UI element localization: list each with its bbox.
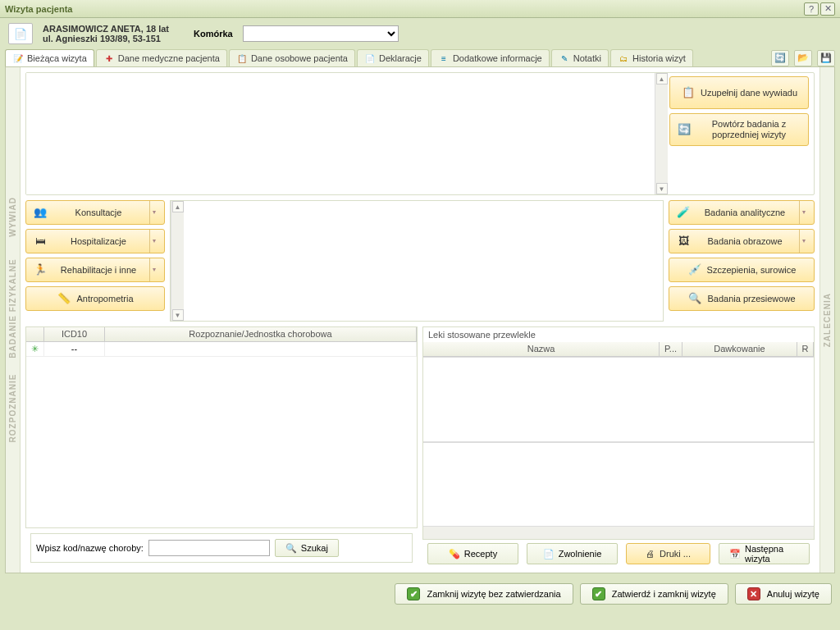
search-button[interactable]: 🔍Szukaj [275,539,339,557]
hospital-icon: 🛏 [33,235,48,248]
ruler-icon: 📏 [57,293,71,305]
vtab-left: ROZPOZNANIE BADANIE FIZYKALNE WYWIAD [6,67,21,573]
repeat-icon: 🔄 [677,124,692,136]
calendar-icon: 📅 [729,549,741,559]
chevron-down-icon[interactable]: ▾ [149,258,158,281]
zwolnienie-button[interactable]: 📄Zwolnienie [527,543,618,564]
titlebar: Wizyta pacjenta ? ✕ [0,0,840,18]
info-icon: ≡ [438,52,450,64]
new-row-icon: ✳ [26,342,44,356]
patient-header: 📄 ARASIMOWICZ ANETA, 18 lat ul. Agnieszk… [0,18,840,49]
szczepienia-button[interactable]: 💉Szczepienia, surowice [669,258,815,282]
check-icon: ✔ [592,587,605,600]
recepty-button[interactable]: 💊Recepty [427,543,518,564]
close-button[interactable]: ✕ [820,2,835,16]
chevron-down-icon[interactable]: ▾ [799,230,807,253]
icd-row[interactable]: ✳ -- [26,342,417,357]
icd-grid: ICD10 Rozpoznanie/Jednostka chorobowa ✳ … [25,326,418,528]
konsultacje-button[interactable]: 👥Konsultacje▾ [25,200,165,225]
zalecenia-textarea[interactable] [423,442,814,527]
consult-icon: 👥 [33,207,48,219]
footer: ✔Zamknij wizytę bez zatwierdzania ✔Zatwi… [0,578,840,609]
rehab-icon: 🏃 [33,264,48,276]
dawkowanie-column[interactable]: Dawkowanie [682,342,797,356]
nazwa-column[interactable]: Nazwa [423,342,660,356]
history-icon: 🗂 [618,52,629,64]
meds-panel: Leki stosowane przewlekle Nazwa P... Daw… [422,326,815,540]
chevron-down-icon[interactable]: ▾ [799,201,807,224]
open-icon[interactable]: 📂 [794,50,812,66]
edit-icon: 📝 [12,52,24,64]
form-icon: 📋 [681,87,696,99]
screening-icon: 🔍 [687,293,702,305]
hospitalizacje-button[interactable]: 🛏Hospitalizacje▾ [25,229,165,253]
help-button[interactable]: ? [804,2,819,16]
disease-search-input[interactable] [148,540,270,556]
patient-name-age: ARASIMOWICZ ANETA, 18 lat [43,24,169,34]
tab-dane-osobowe[interactable]: 📋Dane osobowe pacjenta [229,49,355,66]
badania-obrazowe-button[interactable]: 🖼Badania obrazowe▾ [669,229,815,253]
tab-historia[interactable]: 🗂Historia wizyt [610,49,693,66]
prescription-icon: 💊 [449,549,460,559]
powtorz-badania-button[interactable]: 🔄Powtórz badania z poprzedniej wizyty [669,113,809,146]
window-title: Wizyta pacjenta [5,4,802,14]
badania-przesiewowe-button[interactable]: 🔍Badania przesiewowe [669,286,815,311]
notes-icon: ✎ [559,52,570,64]
search-icon: 🔍 [285,543,297,554]
wywiad-textarea[interactable] [26,73,655,194]
cancel-icon: ✕ [747,587,760,600]
antropometria-button[interactable]: 📏Antropometria [25,286,165,311]
chevron-down-icon[interactable]: ▾ [149,201,158,224]
nastepna-wizyta-button[interactable]: 📅Następna wizyta [719,543,810,564]
vtab-right: ZALECENIA [819,67,834,573]
tabs-row: 📝Bieżąca wizyta ✚Dane medyczne pacjenta … [0,49,840,66]
tab-biezaca-wizyta[interactable]: 📝Bieżąca wizyta [5,49,94,66]
chevron-down-icon[interactable]: ▾ [149,230,158,253]
print-icon: 🖨 [646,549,655,559]
cell-label: Komórka [194,29,233,39]
scrollbar[interactable]: ▲▼ [655,73,668,194]
document-icon: 📄 [8,23,33,44]
badania-analityczne-button[interactable]: 🧪Badania analityczne▾ [669,200,815,225]
druki-button[interactable]: 🖨Druki ... [626,543,710,564]
icd10-column[interactable]: ICD10 [44,327,105,341]
rehabilitacje-button[interactable]: 🏃Rehabilitacje i inne▾ [25,258,165,282]
cell-select[interactable] [243,25,399,42]
main-content: ROZPOZNANIE BADANIE FIZYKALNE WYWIAD ▲▼ … [5,66,835,573]
xray-icon: 🖼 [676,235,691,248]
check-icon: ✔ [407,587,420,600]
scrollbar-horizontal[interactable] [423,526,814,539]
tab-dodatkowe[interactable]: ≡Dodatkowe informacje [431,49,550,66]
tab-deklaracje[interactable]: 📄Deklaracje [357,49,429,66]
cancel-visit-button[interactable]: ✕Anuluj wizytę [735,583,832,605]
p-column[interactable]: P... [660,342,682,356]
close-without-approve-button[interactable]: ✔Zamknij wizytę bez zatwierdzania [395,583,573,605]
personal-icon: 📋 [236,52,248,64]
tab-dane-medyczne[interactable]: ✚Dane medyczne pacjenta [96,49,227,66]
approve-and-close-button[interactable]: ✔Zatwierdź i zamknij wizytę [580,583,728,605]
r-column[interactable]: R [797,342,814,356]
search-row: Wpisz kod/nazwę choroby: 🔍Szukaj [30,533,413,563]
patient-address: ul. Agnieszki 193/89, 53-151 [43,34,169,43]
save-icon[interactable]: 💾 [817,50,835,66]
refresh-icon[interactable]: 🔄 [771,50,789,66]
tab-notatki[interactable]: ✎Notatki [551,49,609,66]
scrollbar[interactable]: ▲▼ [171,201,184,321]
vaccine-icon: 💉 [687,264,702,276]
medical-icon: ✚ [103,52,115,64]
meds-title: Leki stosowane przewlekle [423,327,814,342]
meds-list[interactable] [423,357,814,442]
search-label: Wpisz kod/nazwę choroby: [36,543,144,553]
sickleave-icon: 📄 [543,549,555,559]
lab-icon: 🧪 [676,207,691,219]
rozpoznanie-column[interactable]: Rozpoznanie/Jednostka chorobowa [105,327,417,341]
uzupelnij-dane-button[interactable]: 📋Uzupełnij dane wywiadu [669,76,809,109]
declarations-icon: 📄 [364,52,376,64]
